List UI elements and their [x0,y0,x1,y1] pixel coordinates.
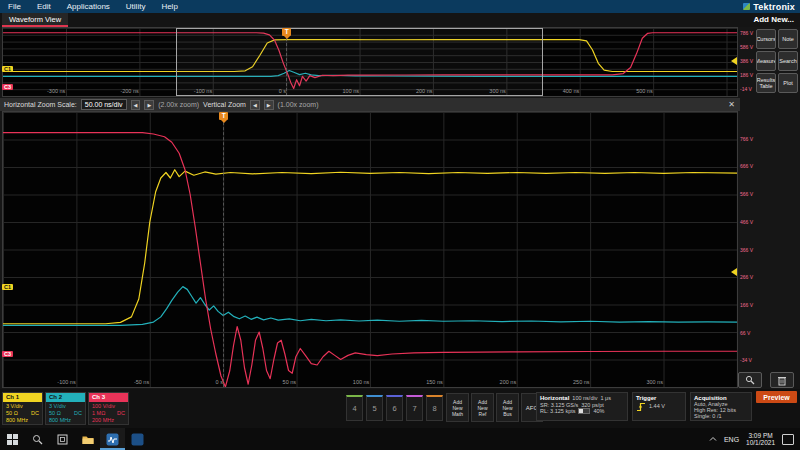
start-button[interactable] [0,428,25,450]
cursors-button[interactable]: Cursors [756,29,776,49]
menu-applications[interactable]: Applications [59,2,118,11]
trigger-badge[interactable]: Trigger 1.44 V [632,392,686,421]
ch3-badge[interactable]: Ch 3 100 V/div 1 MΩDC 200 MHz [88,392,129,425]
brand: Tektronix [743,2,800,12]
y-axis-label: 266 V [740,274,753,280]
main-y-axis: 766 V666 V566 V466 V366 V266 V166 V66 V-… [739,111,756,388]
system-tray: ENG 3:09 PM 10/1/2021 [709,432,800,447]
ch1-ground-marker[interactable]: C1 [2,66,13,72]
trigger-marker[interactable]: T [282,28,291,36]
menu-utility[interactable]: Utility [118,2,154,11]
close-zoom-button[interactable]: ✕ [728,100,735,109]
ch2-badge[interactable]: Ch 2 3 V/div 50 ΩDC 800 MHz [45,392,86,425]
acquisition-badge[interactable]: Acquisition Auto, Analyze High Res: 12 b… [690,392,752,421]
add-new-ref-button[interactable]: AddNewRef [471,393,494,422]
y-axis-label: 766 V [740,136,753,142]
ch3-bandwidth: 200 MHz [92,417,125,424]
add-new-button[interactable]: Add New... [753,15,794,24]
trigger-level-value: 1.44 V [649,403,665,410]
tektronix-logo-icon [743,3,750,10]
y-axis-label: 366 V [740,247,753,253]
zoom-scale-bar: Horizontal Zoom Scale: 50.00 ns/div ◀ ▶ … [0,98,740,111]
x-axis-label: 300 ns [646,379,663,385]
add-new-math-button[interactable]: AddNewMath [446,393,469,422]
x-axis-label: -200 ns [120,88,138,94]
preview-badge[interactable]: Preview [756,391,797,403]
h-zoom-increase-button[interactable]: ▶ [144,100,154,110]
record-position-bar [578,408,590,414]
h-zoom-value[interactable]: 50.00 ns/div [81,99,127,110]
h-zoom-factor: (2.00x zoom) [158,101,199,108]
hidden-icons-chevron[interactable] [709,436,717,442]
ch4-button[interactable]: 4 [346,395,363,421]
y-axis-label: 186 V [740,72,753,78]
ch3-ground-marker[interactable]: C3 [2,351,13,357]
search-button[interactable]: Search [778,51,798,71]
ch2-bandwidth: 800 MHz [49,417,82,424]
file-explorer-icon[interactable] [75,428,100,450]
trigger-level-arrow[interactable] [731,57,737,65]
taskbar-search-button[interactable] [25,428,50,450]
plot-button[interactable]: Plot [778,73,798,93]
y-axis-label: -14 V [740,86,752,92]
ch7-button[interactable]: 7 [406,395,423,421]
ch1-badge[interactable]: Ch 1 3 V/div 50 ΩDC 800 MHz [2,392,43,425]
x-axis-label: 0 s [279,88,286,94]
scope-app-icon [106,433,119,446]
x-axis-label: -100 ns [194,88,212,94]
task-view-button[interactable] [50,428,75,450]
ch1-bandwidth: 800 MHz [6,417,39,424]
y-axis-label: 666 V [740,163,753,169]
trace-ch1 [3,170,737,324]
ch5-button[interactable]: 5 [366,395,383,421]
folder-icon [82,434,94,445]
trace-ch2 [3,287,737,326]
ch1-scale: 3 V/div [6,403,39,410]
trash-button[interactable] [770,372,794,388]
menu-edit[interactable]: Edit [29,2,59,11]
y-axis-label: -34 V [740,357,752,363]
zoom-selection-box[interactable] [176,28,543,96]
v-zoom-decrease-button[interactable]: ◀ [250,100,260,110]
v-zoom-factor: (1.00x zoom) [278,101,319,108]
taskbar-time: 3:09 PM [746,432,775,440]
x-axis-label: 100 ns [343,88,360,94]
overview-plot[interactable]: T C1 C3 -300 ns-200 ns-100 ns0 s100 ns20… [2,27,738,97]
tab-strip: Waveform View Add New... [0,13,800,27]
add-new-bus-button[interactable]: AddNewBus [496,393,519,422]
x-axis-label: 250 ns [573,379,590,385]
ch3-ground-marker[interactable]: C3 [2,84,13,90]
x-axis-label: -50 ns [134,379,149,385]
clock[interactable]: 3:09 PM 10/1/2021 [746,432,775,447]
note-button[interactable]: Note [778,29,798,49]
ch1-ground-marker[interactable]: C1 [2,284,13,290]
badge-bar: Ch 1 3 V/div 50 ΩDC 800 MHz Ch 2 3 V/div… [0,389,800,428]
app-icon-2[interactable] [125,428,150,450]
x-axis-label: -100 ns [57,379,75,385]
trigger-marker[interactable]: T [219,112,228,120]
horizontal-badge[interactable]: Horizontal100 ns/div1 μs SR: 3.125 GS/s3… [536,392,628,421]
search-icon [32,434,43,445]
x-axis-label: 500 ns [636,88,653,94]
app-icon-2-glyph [131,433,144,446]
menu-help[interactable]: Help [153,2,185,11]
measure-button[interactable]: Measure [756,51,776,71]
h-zoom-decrease-button[interactable]: ◀ [131,100,141,110]
trash-icon [777,375,787,386]
rising-edge-icon [636,402,646,412]
y-axis-label: 166 V [740,302,753,308]
language-indicator[interactable]: ENG [724,436,739,443]
menu-file[interactable]: File [0,2,29,11]
app-icon[interactable] [100,428,125,450]
v-zoom-increase-button[interactable]: ▶ [264,100,274,110]
main-waveform-plot[interactable]: T C1 C3 -100 ns-50 ns0 s50 ns100 ns150 n… [2,111,738,388]
inactive-channels: 4 5 6 7 8 [346,395,443,421]
tab-waveform-view[interactable]: Waveform View [2,13,68,27]
y-axis-label: 586 V [740,44,753,50]
action-center-icon[interactable] [782,434,794,445]
ch8-button[interactable]: 8 [426,395,443,421]
trigger-level-arrow[interactable] [731,268,737,276]
ch6-button[interactable]: 6 [386,395,403,421]
results-table-button[interactable]: Results Table [756,73,776,93]
menu-bar: File Edit Applications Utility Help Tekt… [0,0,800,13]
